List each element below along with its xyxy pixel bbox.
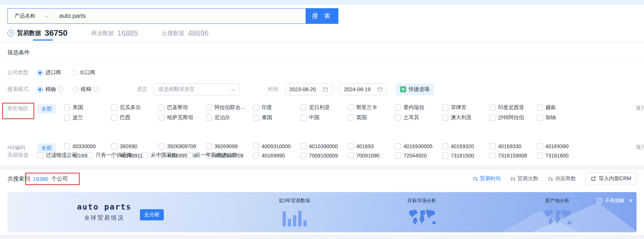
checkbox[interactable] [300, 105, 306, 111]
advanced-checkbox-item[interactable]: 近一年新增进口商 [187, 152, 237, 159]
checkbox[interactable] [300, 115, 306, 121]
hs-expand-link[interactable]: 展开 [636, 144, 644, 151]
checkbox[interactable] [395, 143, 401, 149]
checkbox[interactable] [64, 115, 70, 121]
region-checkbox-item[interactable]: 巴西 [111, 114, 159, 121]
checkbox[interactable] [64, 105, 70, 111]
analyze-button[interactable]: 去分析 [140, 209, 164, 220]
dismiss-checkbox[interactable] [597, 198, 602, 203]
region-checkbox-item[interactable]: 哈萨克斯坦 [159, 114, 206, 121]
hs-checkbox-item[interactable]: 39269099 [206, 143, 253, 149]
date-end-input[interactable]: 2024-08-19 [340, 83, 387, 95]
region-checkbox-item[interactable]: 澳大利亚 [442, 114, 490, 121]
region-checkbox-item[interactable]: 沙特阿拉伯 [490, 114, 537, 121]
checkbox[interactable] [490, 115, 495, 121]
checkbox[interactable] [159, 143, 165, 149]
checkbox[interactable] [348, 143, 354, 149]
region-checkbox-item[interactable]: 尼泊尔 [206, 114, 253, 121]
region-checkbox-item[interactable]: 尼日利亚 [300, 104, 348, 111]
checkbox[interactable] [490, 143, 495, 149]
hs-checkbox-item[interactable]: 401693 [348, 143, 395, 149]
info-icon[interactable]: i [93, 86, 99, 92]
region-checkbox-item[interactable]: 土耳其 [395, 114, 442, 121]
checkbox[interactable] [142, 152, 148, 158]
region-checkbox-item[interactable]: 加纳 [537, 114, 584, 121]
hs-checkbox-item[interactable]: 392690 [111, 143, 159, 149]
region-checkbox-item[interactable]: 越南 [537, 104, 584, 111]
checkbox[interactable] [395, 115, 401, 121]
checkbox[interactable] [395, 105, 401, 111]
checkbox[interactable] [537, 105, 543, 111]
checkbox[interactable] [348, 105, 354, 111]
region-checkbox-item[interactable]: 印度尼西亚 [490, 104, 537, 111]
search-input[interactable] [54, 13, 306, 19]
hs-checkbox-item[interactable]: 40169390 [537, 143, 584, 149]
hs-checkbox-item[interactable]: 40169330 [490, 143, 537, 149]
radio-exact[interactable]: 精确 i [37, 86, 64, 93]
radio-fuzzy[interactable]: 模糊 i [73, 86, 99, 93]
checkbox[interactable] [111, 105, 117, 111]
region-checkbox-item[interactable]: 巴基斯坦 [159, 104, 206, 111]
checkbox[interactable] [64, 143, 70, 149]
advanced-checkbox-item[interactable]: 过滤物流公司 [37, 152, 77, 159]
tab-trade-data[interactable]: ? 贸易数据 36750 [7, 28, 67, 38]
checkbox[interactable] [253, 143, 259, 149]
hs-checkbox-item[interactable]: 3926909709 [159, 143, 206, 149]
region-checkbox-item[interactable]: 英国 [348, 114, 395, 121]
checkbox[interactable] [442, 105, 448, 111]
sort-trade-count[interactable]: 贸易次数 [510, 175, 538, 182]
checkbox[interactable] [206, 143, 212, 149]
sort-supplier-count[interactable]: 供应商数 [548, 175, 576, 182]
hs-checkbox-item[interactable]: 00330000 [64, 143, 111, 149]
quick-options-button[interactable]: ⌘ 快捷选项 [396, 83, 434, 95]
info-icon[interactable]: i [58, 86, 64, 92]
close-icon[interactable]: ✕ [628, 198, 633, 204]
region-checkbox-item[interactable]: 斯里兰卡 [348, 104, 395, 111]
date-start-input[interactable]: 2023-08-20 [285, 83, 332, 95]
checkbox[interactable] [206, 115, 212, 121]
region-checkbox-item[interactable]: 厄瓜多尔 [111, 104, 159, 111]
checkbox[interactable] [442, 115, 448, 121]
region-expand-link[interactable]: 展开 [636, 105, 644, 112]
checkbox[interactable] [87, 152, 93, 158]
checkbox[interactable] [490, 105, 495, 111]
help-icon[interactable]: ? [7, 30, 14, 36]
region-checkbox-item[interactable]: 印度 [253, 104, 300, 111]
checkbox[interactable] [537, 115, 543, 121]
checkbox[interactable] [111, 143, 117, 149]
search-category-dropdown[interactable]: 产品名称 [8, 13, 54, 19]
hs-checkbox-item[interactable]: 4010390000 [300, 143, 348, 149]
checkbox[interactable] [253, 105, 259, 111]
search-button[interactable]: 搜 索 [306, 8, 338, 24]
tab-cloud-search-data[interactable]: 云搜数据 48696 [162, 29, 209, 38]
sort-trade-time[interactable]: 贸易时间 [473, 175, 501, 182]
advanced-checkbox-item[interactable]: 从中国采购 [142, 152, 177, 159]
radio-importer[interactable]: 进口商 [37, 69, 61, 76]
checkbox[interactable] [442, 143, 448, 149]
region-checkbox-item[interactable]: 菲律宾 [442, 104, 490, 111]
checkbox[interactable] [187, 152, 193, 158]
checkbox[interactable] [37, 152, 43, 158]
hs-checkbox-item[interactable]: 4016930005 [395, 143, 442, 149]
region-checkbox-item[interactable]: 委内瑞拉 [395, 104, 442, 111]
checkbox[interactable] [348, 115, 354, 121]
region-checkbox-item[interactable]: 泰国 [253, 114, 300, 121]
import-crm-button[interactable]: 导入内部CRM [586, 172, 637, 185]
region-checkbox-item[interactable]: 中国 [300, 114, 348, 121]
hs-checkbox-item[interactable]: 4009310000 [253, 143, 300, 149]
region-all-chip[interactable]: 全部 [37, 104, 56, 114]
checkbox[interactable] [159, 115, 165, 121]
region-checkbox-item[interactable]: 美国 [64, 104, 111, 111]
tab-business-data[interactable]: 商业数据 16885 [91, 29, 138, 38]
advanced-checkbox-item[interactable]: 只有一个供应商 [87, 152, 132, 159]
checkbox[interactable] [159, 105, 165, 111]
region-checkbox-item[interactable]: 波兰 [64, 114, 111, 121]
language-select[interactable]: 请选择翻译语言 [153, 83, 240, 95]
region-checkbox-item[interactable]: 阿拉伯联合... [206, 104, 253, 111]
radio-exporter[interactable]: 出口商 [71, 69, 95, 76]
checkbox[interactable] [206, 105, 212, 111]
checkbox[interactable] [300, 143, 306, 149]
hs-checkbox-item[interactable]: 40169320 [442, 143, 490, 149]
checkbox[interactable] [253, 115, 259, 121]
checkbox[interactable] [111, 115, 117, 121]
